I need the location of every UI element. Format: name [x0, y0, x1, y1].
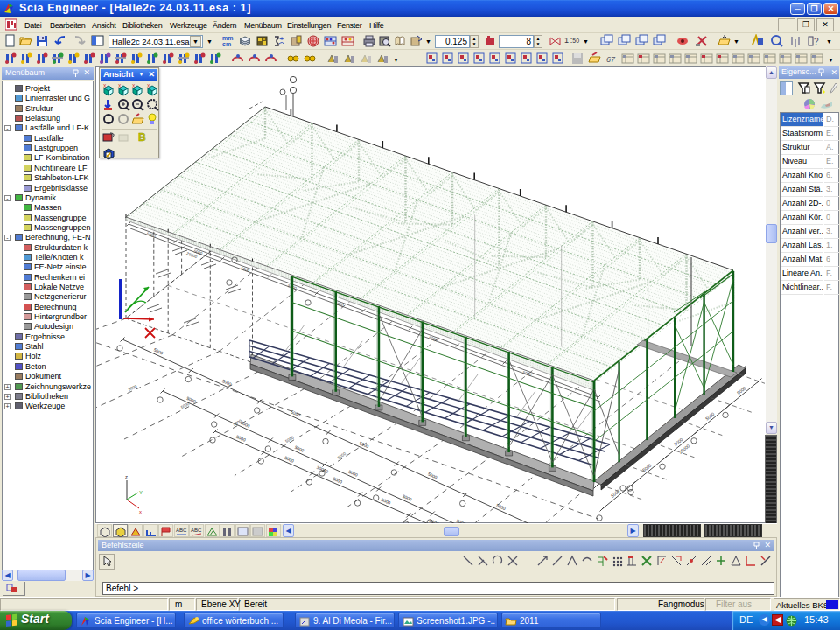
svg-text:5000: 5000 [290, 410, 301, 418]
svg-text:5000: 5000 [359, 440, 370, 449]
svg-text:5000: 5000 [402, 494, 413, 502]
svg-text:5000: 5000 [146, 232, 157, 239]
svg-text:25000: 25000 [678, 443, 691, 455]
svg-text:5000: 5000 [673, 437, 684, 447]
svg-text:5000: 5000 [610, 488, 621, 499]
svg-text:Y: Y [139, 490, 143, 495]
svg-text:x: x [139, 509, 142, 514]
svg-text:5000: 5000 [128, 384, 138, 392]
svg-text:5000: 5000 [736, 385, 747, 396]
svg-text:5000: 5000 [427, 472, 438, 480]
svg-text:5000: 5000 [284, 455, 295, 464]
svg-text:67: 67 [606, 55, 616, 64]
svg-text:5000: 5000 [240, 266, 250, 273]
svg-text:B: B [138, 131, 146, 144]
svg-text:5000: 5000 [381, 497, 392, 506]
svg-text:5000: 5000 [235, 434, 247, 443]
svg-text:ABC: ABC [191, 528, 202, 533]
svg-text:5000: 5000 [347, 469, 359, 478]
svg-text:5000: 5000 [704, 411, 716, 422]
svg-text:cm: cm [222, 41, 231, 47]
svg-text:5000: 5000 [495, 502, 507, 511]
svg-text:mm: mm [222, 35, 233, 41]
svg-text:?: ? [814, 37, 819, 46]
svg-text:5000: 5000 [428, 335, 438, 342]
svg-text:5000: 5000 [240, 420, 251, 429]
svg-text:5000: 5000 [294, 444, 305, 453]
svg-text:5000: 5000 [153, 347, 164, 356]
svg-text:z: z [125, 474, 128, 480]
svg-text:5000: 5000 [332, 476, 343, 485]
svg-text:ABC: ABC [176, 528, 187, 533]
svg-text:5000: 5000 [522, 370, 533, 377]
